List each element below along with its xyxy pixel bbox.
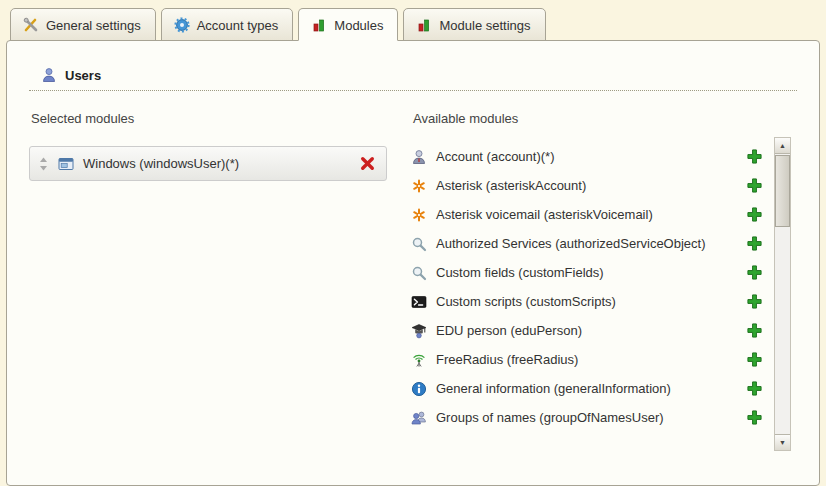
info-icon xyxy=(411,381,427,397)
terminal-icon xyxy=(411,294,427,310)
available-modules-column: Available modules Account (account)(*) xyxy=(411,107,797,432)
scrollbar[interactable]: ▲ ▼ xyxy=(774,137,791,451)
asterisk-icon xyxy=(411,178,427,194)
list-item: FreeRadius (freeRadius) xyxy=(411,345,763,374)
add-module-button[interactable] xyxy=(746,177,763,194)
available-modules-list: Account (account)(*) xyxy=(411,142,797,432)
tab-account-types[interactable]: Account types xyxy=(161,8,294,41)
tab-modules[interactable]: Modules xyxy=(298,8,398,41)
scrollbar-thumb[interactable] xyxy=(775,155,790,227)
tab-label: Module settings xyxy=(439,18,530,33)
available-module-label: Custom scripts (customScripts) xyxy=(436,294,616,309)
tab-label: General settings xyxy=(46,18,141,33)
scroll-up-button[interactable]: ▲ xyxy=(775,138,790,154)
add-module-button[interactable] xyxy=(746,322,763,339)
windows-icon xyxy=(58,156,74,172)
available-module-label: Asterisk voicemail (asteriskVoicemail) xyxy=(436,207,653,222)
list-item: Asterisk (asteriskAccount) xyxy=(411,171,763,200)
tab-bar: General settings Account types Modules xyxy=(0,0,826,40)
magnifier-icon xyxy=(411,265,427,281)
available-module-label: General information (generalInformation) xyxy=(436,381,671,396)
add-module-button[interactable] xyxy=(746,235,763,252)
selected-module-row[interactable]: Windows (windowsUser)(*) xyxy=(29,146,387,181)
add-module-button[interactable] xyxy=(746,380,763,397)
module-settings-icon xyxy=(416,17,432,33)
add-module-button[interactable] xyxy=(746,264,763,281)
selected-modules-title: Selected modules xyxy=(29,107,387,126)
tab-module-settings[interactable]: Module settings xyxy=(403,8,545,41)
list-item: General information (generalInformation) xyxy=(411,374,763,403)
available-module-label: FreeRadius (freeRadius) xyxy=(436,352,578,367)
person-icon xyxy=(411,149,427,165)
list-item: Custom fields (customFields) xyxy=(411,258,763,287)
remove-module-button[interactable] xyxy=(359,155,376,172)
list-item: Custom scripts (customScripts) xyxy=(411,287,763,316)
tools-icon xyxy=(23,17,39,33)
selected-modules-column: Selected modules xyxy=(29,107,387,432)
tab-label: Modules xyxy=(334,18,383,33)
users-section-header: Users xyxy=(29,67,797,91)
available-module-label: Custom fields (customFields) xyxy=(436,265,604,280)
list-item: EDU person (eduPerson) xyxy=(411,316,763,345)
available-module-label: Account (account)(*) xyxy=(436,149,555,164)
add-module-button[interactable] xyxy=(746,409,763,426)
graduate-icon xyxy=(411,323,427,339)
list-item: Groups of names (groupOfNamesUser) xyxy=(411,403,763,432)
tab-general-settings[interactable]: General settings xyxy=(10,8,156,41)
add-module-button[interactable] xyxy=(746,351,763,368)
list-item: Asterisk voicemail (asteriskVoicemail) xyxy=(411,200,763,229)
user-icon xyxy=(41,67,57,83)
available-module-label: Groups of names (groupOfNamesUser) xyxy=(436,410,664,425)
antenna-icon xyxy=(411,352,427,368)
asterisk-icon xyxy=(411,207,427,223)
selected-module-label: Windows (windowsUser)(*) xyxy=(83,156,239,171)
add-module-button[interactable] xyxy=(746,206,763,223)
list-item: Authorized Services (authorizedServiceOb… xyxy=(411,229,763,258)
drag-handle-icon[interactable] xyxy=(38,157,49,171)
group-icon xyxy=(411,410,427,426)
tab-label: Account types xyxy=(197,18,279,33)
section-title: Users xyxy=(65,68,101,83)
magnifier-icon xyxy=(411,236,427,252)
add-module-button[interactable] xyxy=(746,293,763,310)
available-modules-title: Available modules xyxy=(411,107,797,126)
modules-panel: Users Selected modules xyxy=(6,40,820,486)
available-module-label: EDU person (eduPerson) xyxy=(436,323,582,338)
add-module-button[interactable] xyxy=(746,148,763,165)
available-module-label: Asterisk (asteriskAccount) xyxy=(436,178,586,193)
modules-icon xyxy=(311,17,327,33)
gear-icon xyxy=(174,17,190,33)
list-item: Account (account)(*) xyxy=(411,142,763,171)
available-module-label: Authorized Services (authorizedServiceOb… xyxy=(436,236,706,251)
scroll-down-button[interactable]: ▼ xyxy=(775,434,790,450)
